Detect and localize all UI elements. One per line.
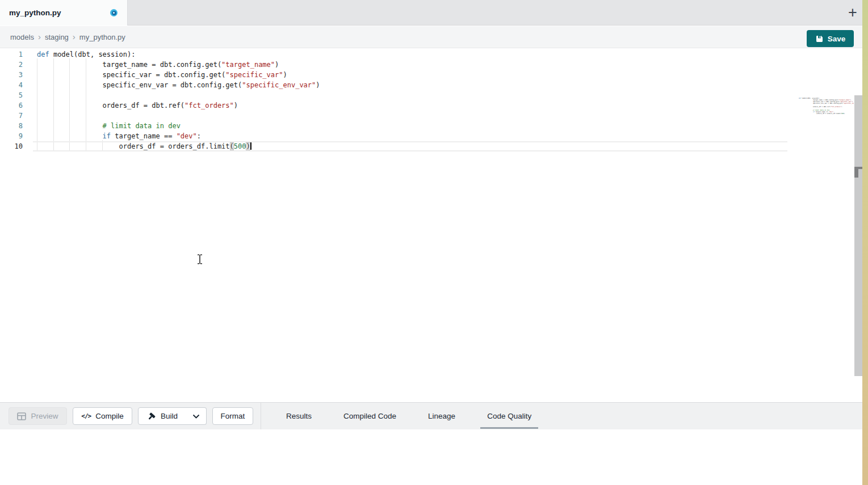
code-line-3[interactable]: 3 specific_var = dbt.config.get("specifi… bbox=[0, 70, 320, 80]
code-line-5[interactable]: 5 bbox=[0, 90, 320, 100]
line-number: 8 bbox=[0, 121, 23, 131]
format-button-label: Format bbox=[221, 412, 245, 420]
code-line-1[interactable]: 1def model(dbt, session): bbox=[0, 49, 320, 60]
bottom-toolbar: Preview </> Compile Build Format Results bbox=[0, 402, 868, 429]
text-caret bbox=[250, 142, 251, 150]
code-line-9[interactable]: 9 if target_name == "dev": bbox=[0, 131, 320, 141]
breadcrumb-item[interactable]: my_python.py bbox=[79, 33, 125, 41]
breadcrumb-item[interactable]: models bbox=[10, 33, 34, 41]
line-number: 4 bbox=[0, 80, 23, 90]
line-number: 10 bbox=[0, 141, 23, 151]
breadcrumb-separator-icon: › bbox=[38, 32, 41, 41]
code-quality-panel bbox=[0, 429, 868, 485]
code-line-10[interactable]: 10 orders_df = orders_df.limit(500) bbox=[0, 141, 320, 151]
text-ibeam-cursor bbox=[196, 254, 203, 264]
tab-results[interactable]: Results bbox=[279, 404, 318, 429]
line-number: 9 bbox=[0, 131, 23, 141]
save-button-label: Save bbox=[828, 35, 846, 43]
build-options-dropdown[interactable] bbox=[186, 407, 207, 425]
code-text: orders_df = orders_df.limit(500) bbox=[37, 141, 251, 151]
results-panel-tabs: ResultsCompiled CodeLineageCode Quality bbox=[279, 403, 538, 430]
preview-button-label: Preview bbox=[31, 412, 58, 420]
code-editor[interactable]: 1def model(dbt, session):2 target_name =… bbox=[0, 48, 862, 402]
code-text: target_name = dbt.config.get("target_nam… bbox=[37, 60, 279, 70]
code-line-6[interactable]: 6 orders_df = dbt.ref("fct_orders") bbox=[0, 100, 320, 111]
compile-button-label: Compile bbox=[95, 412, 124, 420]
code-line-7[interactable]: 7 bbox=[0, 111, 320, 121]
code-lines: 1def model(dbt, session):2 target_name =… bbox=[0, 49, 320, 151]
save-floppy-icon bbox=[815, 35, 824, 43]
tab-compiled-code[interactable]: Compiled Code bbox=[337, 404, 403, 429]
compile-button[interactable]: </> Compile bbox=[73, 407, 132, 425]
code-text: orders_df = orders_df.limit(500) bbox=[799, 113, 845, 115]
hammer-icon bbox=[147, 412, 156, 421]
line-number: 3 bbox=[0, 70, 23, 80]
format-button[interactable]: Format bbox=[212, 407, 253, 425]
toolbar-divider bbox=[261, 403, 261, 430]
build-button-label: Build bbox=[161, 412, 178, 420]
code-text: if target_name == "dev": bbox=[37, 131, 201, 141]
scrollbar-cursor-marker bbox=[854, 169, 858, 178]
new-tab-button[interactable]: + bbox=[844, 3, 861, 22]
breadcrumb-item[interactable]: staging bbox=[45, 33, 69, 41]
dbt-ide-window: my_python.py + models›staging›my_python.… bbox=[0, 0, 868, 485]
desktop-wallpaper-edge bbox=[862, 0, 868, 485]
tab-lineage[interactable]: Lineage bbox=[421, 404, 462, 429]
code-brackets-icon: </> bbox=[81, 412, 91, 420]
unsaved-changes-icon bbox=[110, 9, 118, 16]
breadcrumb-bar: models›staging›my_python.py Save bbox=[0, 26, 862, 48]
code-text: specific_env_var = dbt.config.get("speci… bbox=[37, 80, 320, 90]
line-number: 5 bbox=[0, 90, 23, 100]
code-text: specific_var = dbt.config.get("specific_… bbox=[37, 70, 287, 80]
editor-tab-bar: my_python.py + bbox=[0, 0, 862, 26]
code-text: def model(dbt, session): bbox=[37, 49, 135, 60]
code-line-8[interactable]: 8 # limit data in dev bbox=[0, 121, 320, 131]
line-number: 2 bbox=[0, 60, 23, 70]
build-button[interactable]: Build bbox=[138, 407, 187, 425]
line-number: 7 bbox=[0, 111, 23, 121]
line-number: 1 bbox=[0, 49, 23, 60]
table-icon bbox=[17, 412, 26, 420]
breadcrumb: models›staging›my_python.py bbox=[10, 26, 125, 48]
code-text: # limit data in dev bbox=[37, 121, 181, 131]
save-button[interactable]: Save bbox=[807, 30, 854, 47]
file-tab-my-python[interactable]: my_python.py bbox=[0, 0, 128, 26]
editor-minimap[interactable]: 1def model(dbt, session):2 target_name =… bbox=[797, 98, 854, 117]
editor-scrollbar[interactable] bbox=[854, 95, 862, 376]
file-tab-title: my_python.py bbox=[9, 9, 61, 17]
code-line-4[interactable]: 4 specific_env_var = dbt.config.get("spe… bbox=[0, 80, 320, 90]
line-number: 6 bbox=[0, 100, 23, 111]
chevron-down-icon bbox=[192, 414, 200, 419]
breadcrumb-separator-icon: › bbox=[73, 32, 76, 41]
code-line-2[interactable]: 2 target_name = dbt.config.get("target_n… bbox=[0, 60, 320, 70]
code-line-10[interactable]: 10 orders_df = orders_df.limit(500) bbox=[797, 113, 854, 115]
code-text: orders_df = dbt.ref("fct_orders") bbox=[37, 100, 238, 111]
tab-code-quality[interactable]: Code Quality bbox=[480, 404, 538, 429]
preview-button[interactable]: Preview bbox=[9, 407, 67, 425]
